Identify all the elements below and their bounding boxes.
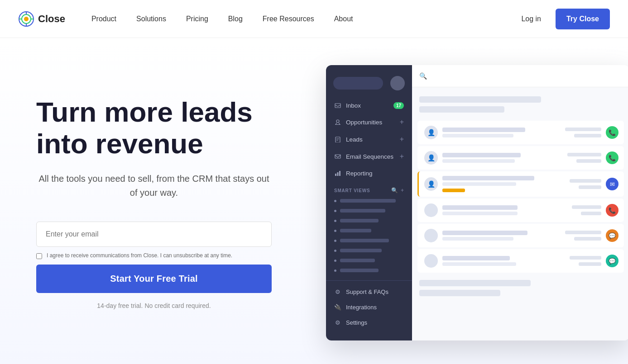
lead-row[interactable]: 📞: [417, 199, 624, 222]
nav-product[interactable]: Product: [83, 10, 125, 28]
search-icon: 🔍: [419, 72, 427, 80]
sidebar-logo-bar: [333, 77, 383, 90]
lead-row[interactable]: 💬: [417, 224, 624, 247]
chat-action-icon[interactable]: 💬: [606, 229, 618, 242]
lead-avatar: [424, 229, 438, 242]
sv-bar: [340, 269, 379, 272]
lead-row[interactable]: 👤 📞: [417, 121, 624, 144]
smart-view-item[interactable]: [330, 206, 408, 215]
sidebar-item-leads[interactable]: Leads +: [330, 131, 408, 147]
sidebar-item-inbox[interactable]: Inbox 17: [330, 98, 408, 113]
smart-view-item[interactable]: [330, 256, 408, 265]
sv-dot: [334, 260, 336, 262]
call-action-icon[interactable]: 📞: [606, 151, 618, 164]
nav-free-resources[interactable]: Free Resources: [254, 10, 322, 28]
start-trial-button[interactable]: Start Your Free Trial: [36, 265, 272, 293]
detail-bar: [565, 128, 601, 131]
smart-views-label: SMART VIEWS: [334, 188, 370, 193]
bottom-list-bars: [417, 274, 624, 298]
sidebar-opportunities-label: Opportunities: [346, 119, 382, 126]
nav-blog[interactable]: Blog: [220, 10, 251, 28]
lead-avatar: [424, 254, 438, 268]
sidebar-item-settings[interactable]: ⚙ Settings: [330, 315, 408, 330]
inbox-badge: 17: [393, 102, 404, 109]
smart-views-add-icon[interactable]: +: [401, 187, 404, 194]
inbox-icon: [334, 102, 341, 109]
email-action-icon[interactable]: ✉: [606, 178, 618, 190]
lead-sub-bar: [442, 134, 513, 137]
nav-solutions[interactable]: Solutions: [128, 10, 174, 28]
avatar-icon: 👤: [427, 154, 435, 161]
opportunities-plus-icon[interactable]: +: [400, 118, 404, 126]
search-input[interactable]: [431, 71, 622, 80]
smart-view-item[interactable]: [330, 216, 408, 225]
message-action-icon[interactable]: 💬: [606, 255, 618, 267]
sidebar-item-reporting[interactable]: Reporting: [330, 165, 408, 181]
sidebar-bottom: ⚙ Support & FAQs 🔌 Integrations ⚙ Settin…: [326, 280, 412, 333]
smart-views-search-icon[interactable]: 🔍: [391, 187, 398, 194]
call-action-icon[interactable]: 📞: [606, 126, 618, 139]
lead-row[interactable]: 👤 📞: [417, 146, 624, 170]
sv-dot: [334, 250, 336, 252]
lead-info: [442, 256, 565, 266]
sv-bar: [340, 199, 396, 203]
main-nav: Product Solutions Pricing Blog Free Reso…: [83, 10, 514, 28]
integrations-label: Integrations: [346, 304, 377, 311]
sidebar-inbox-label: Inbox: [346, 102, 361, 109]
nav-about[interactable]: About: [326, 10, 361, 28]
support-label: Support & FAQs: [346, 288, 388, 295]
smart-view-item[interactable]: [330, 196, 408, 205]
avatar-icon: 👤: [427, 129, 435, 136]
try-close-button[interactable]: Try Close: [556, 9, 610, 29]
sidebar-item-support[interactable]: ⚙ Support & FAQs: [330, 284, 408, 299]
placeholder-bar: [419, 106, 504, 113]
settings-icon: ⚙: [334, 319, 341, 326]
smart-view-item[interactable]: [330, 246, 408, 255]
reporting-icon: [334, 170, 341, 177]
sv-bar: [340, 239, 389, 242]
sv-bar: [340, 229, 371, 232]
lead-info: [442, 231, 561, 241]
smart-view-item[interactable]: [330, 266, 408, 275]
nav-pricing[interactable]: Pricing: [178, 10, 216, 28]
support-icon: ⚙: [334, 288, 341, 295]
lead-row-active[interactable]: 👤 ✉: [417, 171, 624, 197]
opportunities-icon: [334, 118, 341, 126]
sv-dot: [334, 269, 336, 272]
sidebar-item-integrations[interactable]: 🔌 Integrations: [330, 300, 408, 314]
smart-view-item[interactable]: [330, 226, 408, 235]
svg-rect-7: [335, 174, 336, 176]
missed-call-icon[interactable]: 📞: [606, 204, 618, 217]
hero-left: Turn more leads into revenue All the too…: [36, 96, 308, 309]
smart-view-item[interactable]: [330, 236, 408, 245]
hero-section: Turn more leads into revenue All the too…: [0, 38, 628, 364]
leads-plus-icon[interactable]: +: [400, 135, 404, 143]
consent-checkbox[interactable]: [36, 253, 42, 259]
email-input[interactable]: [36, 222, 272, 247]
trial-note: 14-day free trial. No credit card requir…: [36, 302, 272, 309]
svg-rect-9: [339, 171, 340, 176]
detail-bar: [570, 256, 601, 260]
close-logo-icon: [18, 11, 34, 27]
search-bar: 🔍: [412, 65, 628, 87]
consent-text: I agree to receive communications from C…: [47, 252, 232, 259]
app-mockup: Inbox 17 Opportunities +: [326, 65, 628, 340]
lead-row[interactable]: 💬: [417, 249, 624, 273]
detail-bar: [579, 185, 601, 189]
lead-sub-bar: [442, 182, 516, 186]
login-button[interactable]: Log in: [514, 11, 548, 27]
svg-rect-8: [337, 172, 339, 176]
lead-avatar: 👤: [424, 151, 438, 165]
logo[interactable]: Close: [18, 11, 65, 27]
header-actions: Log in Try Close: [514, 9, 610, 29]
lead-status-bar: [442, 189, 465, 192]
detail-bar: [576, 159, 601, 163]
detail-bars: [565, 128, 601, 137]
detail-bars: [567, 153, 601, 163]
sidebar-item-opportunities[interactable]: Opportunities +: [330, 114, 408, 130]
placeholder-bar: [419, 290, 500, 296]
svg-rect-6: [335, 155, 340, 158]
detail-bars: [572, 205, 601, 215]
sidebar-item-email-sequences[interactable]: Email Sequences +: [330, 148, 408, 165]
email-sequences-plus-icon[interactable]: +: [400, 152, 404, 161]
